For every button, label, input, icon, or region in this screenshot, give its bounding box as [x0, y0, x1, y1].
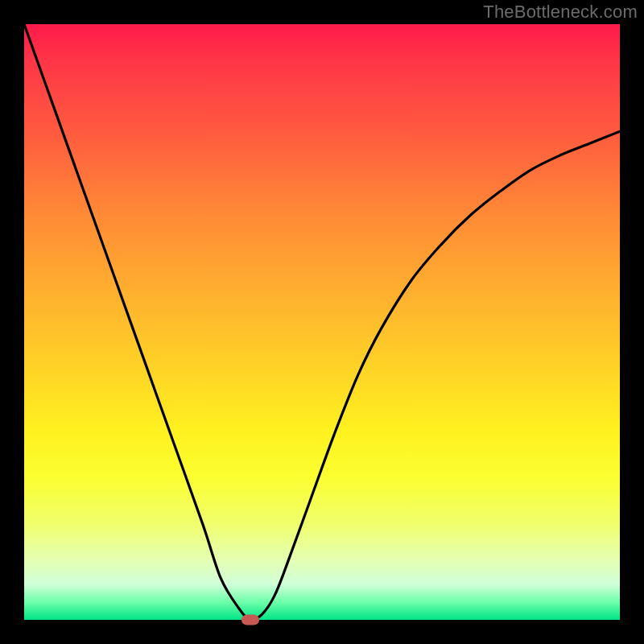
- curve-layer: [24, 24, 620, 620]
- chart-frame: TheBottleneck.com: [0, 0, 644, 644]
- watermark-text: TheBottleneck.com: [483, 2, 638, 23]
- plot-area: [24, 24, 620, 620]
- optimum-marker: [242, 615, 259, 625]
- bottleneck-curve: [24, 24, 620, 620]
